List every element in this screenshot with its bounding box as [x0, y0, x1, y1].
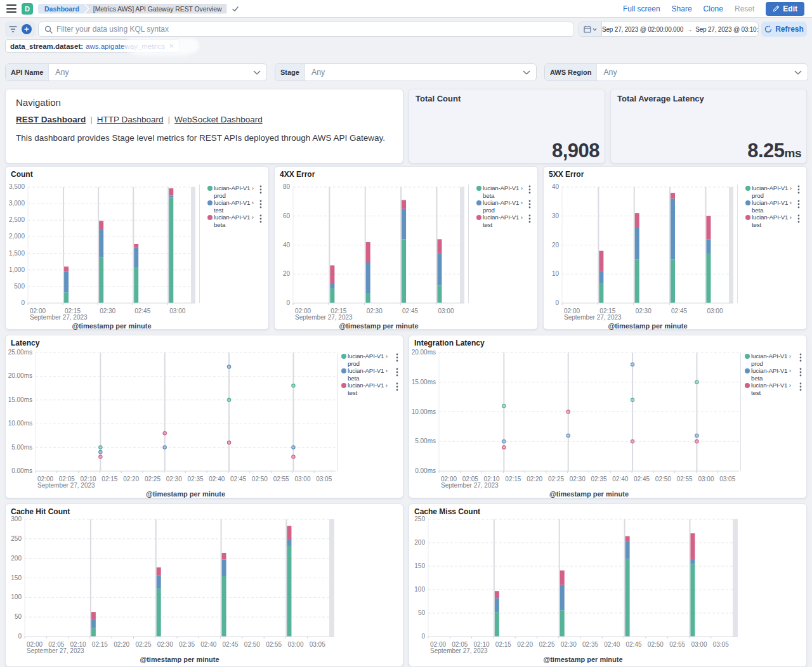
metric-title: Total Count [416, 94, 461, 103]
svg-text:02:40: 02:40 [604, 641, 620, 648]
legend-item[interactable]: lucian-API-V1 ›test [214, 199, 254, 214]
svg-text:100: 100 [11, 593, 22, 600]
legend-divider [740, 353, 741, 471]
kebab-menu-icon[interactable] [259, 185, 263, 195]
chevron-down-icon [593, 28, 597, 31]
kebab-menu-icon[interactable] [797, 199, 801, 209]
control-api-name[interactable]: API Name Any [5, 63, 267, 81]
date-range-picker[interactable]: Sep 27, 2023 @ 02:00:00.000 → Sep 27, 20… [579, 22, 759, 37]
space-avatar[interactable]: D [22, 3, 33, 15]
kebab-menu-icon[interactable] [395, 382, 399, 392]
arrow-right-icon: → [685, 26, 694, 33]
svg-text:@timestamp per minute: @timestamp per minute [339, 322, 418, 330]
svg-text:300: 300 [11, 515, 22, 522]
svg-text:03:00: 03:00 [707, 308, 723, 314]
legend-item[interactable]: lucian-API-V1 ›prod [348, 353, 388, 367]
refresh-button[interactable]: Refresh [761, 22, 807, 37]
svg-text:02:15: 02:15 [102, 476, 117, 482]
legend-item[interactable]: lucian-API-V1 ›prod [214, 185, 254, 199]
control-value: Any [49, 68, 253, 77]
svg-text:02:50: 02:50 [244, 641, 260, 648]
panel-total-average-latency: Total Average Latency 8.25ms [610, 89, 807, 164]
calendar-menu-button[interactable] [579, 22, 602, 36]
legend-item[interactable]: lucian-API-V1 ›prod [752, 185, 792, 199]
kebab-menu-icon[interactable] [395, 367, 399, 377]
control-stage[interactable]: Stage Any [275, 63, 537, 81]
kebab-menu-icon[interactable] [799, 367, 802, 377]
legend-item[interactable]: lucian-API-V1 ›test [348, 382, 388, 396]
svg-text:02:30: 02:30 [636, 308, 652, 314]
clone-button[interactable]: Clone [704, 4, 723, 13]
legend-item[interactable]: lucian-API-V1 ›prod [483, 199, 523, 214]
legend-item[interactable]: lucian-API-V1 ›beta [483, 185, 523, 199]
control-aws-region[interactable]: AWS Region Any [544, 63, 808, 81]
svg-text:200: 200 [414, 539, 425, 546]
legend-dot [476, 186, 481, 191]
legend-dot [341, 383, 346, 388]
kebab-menu-icon[interactable] [259, 214, 263, 224]
add-filter-button[interactable] [22, 24, 32, 34]
panel-cache-miss-count: Cache Miss Count05010015020025002:0002:0… [409, 503, 807, 667]
link-rest-dashboard[interactable]: REST Dashboard [16, 115, 86, 124]
reset-button[interactable]: Reset [735, 4, 754, 13]
svg-text:03:05: 03:05 [316, 476, 332, 482]
svg-text:02:50: 02:50 [252, 476, 268, 482]
control-label: API Name [6, 64, 49, 81]
legend-item[interactable]: lucian-API-V1 ›beta [752, 199, 792, 214]
kebab-menu-icon[interactable] [797, 185, 801, 195]
pencil-icon [773, 5, 780, 12]
svg-text:@timestamp per minute: @timestamp per minute [543, 656, 622, 663]
svg-text:02:55: 02:55 [669, 641, 685, 648]
full-screen-button[interactable]: Full screen [623, 4, 660, 13]
svg-text:02:30: 02:30 [561, 641, 577, 648]
legend-dot [745, 215, 750, 220]
kql-search-input[interactable]: Filter your data using KQL syntax [38, 22, 574, 37]
svg-text:02:40: 02:40 [209, 476, 225, 482]
link-http-dashboard[interactable]: HTTP Dashboard [97, 115, 164, 124]
kebab-menu-icon[interactable] [395, 353, 399, 363]
legend-dot [745, 186, 750, 191]
svg-text:80: 80 [283, 183, 291, 190]
legend-item[interactable]: lucian-API-V1 ›beta [214, 214, 254, 228]
date-range-text[interactable]: Sep 27, 2023 @ 02:00:00.000 → Sep 27, 20… [602, 26, 759, 33]
legend-item[interactable]: lucian-API-V1 ›test [483, 214, 523, 228]
edit-button[interactable]: Edit [766, 2, 804, 16]
legend-dot [745, 354, 750, 359]
kebab-menu-icon[interactable] [799, 382, 802, 392]
legend-dot [745, 200, 750, 205]
svg-text:02:25: 02:25 [539, 641, 554, 648]
kebab-menu-icon[interactable] [528, 185, 532, 195]
menu-icon[interactable] [6, 4, 16, 13]
svg-text:250: 250 [414, 515, 425, 522]
svg-text:200: 200 [11, 555, 22, 562]
svg-text:02:30: 02:30 [367, 308, 383, 314]
link-websocket-dashboard[interactable]: WebSocket Dashboard [174, 115, 263, 124]
legend-item[interactable]: lucian-API-V1 ›test [751, 382, 791, 396]
panel-5xx-error: 5XX Error01020304002:0002:1502:3002:4503… [543, 166, 807, 330]
kebab-menu-icon[interactable] [259, 199, 263, 209]
legend-item[interactable]: lucian-API-V1 ›beta [751, 367, 791, 382]
svg-text:03:00: 03:00 [169, 308, 185, 314]
svg-text:60: 60 [283, 212, 291, 219]
filter-funnel-icon[interactable] [9, 25, 17, 33]
svg-text:02:20: 02:20 [123, 476, 139, 482]
legend-item[interactable]: lucian-API-V1 ›prod [751, 353, 791, 367]
svg-text:15.00ms: 15.00ms [412, 379, 436, 385]
svg-text:03:05: 03:05 [713, 641, 729, 648]
share-button[interactable]: Share [672, 4, 692, 13]
svg-text:2,500: 2,500 [9, 216, 25, 223]
svg-text:500: 500 [14, 283, 25, 290]
svg-text:150: 150 [11, 574, 22, 581]
svg-text:02:30: 02:30 [166, 476, 182, 482]
svg-text:@timestamp per minute: @timestamp per minute [146, 490, 225, 498]
breadcrumb-dashboard[interactable]: Dashboard [38, 4, 88, 14]
calendar-icon [584, 25, 591, 33]
legend-item[interactable]: lucian-API-V1 ›test [752, 214, 792, 228]
kebab-menu-icon[interactable] [528, 214, 532, 224]
kebab-menu-icon[interactable] [797, 214, 801, 224]
kebab-menu-icon[interactable] [528, 199, 532, 209]
kebab-menu-icon[interactable] [799, 353, 802, 363]
svg-text:150: 150 [414, 562, 425, 569]
svg-text:September 27, 2023: September 27, 2023 [430, 647, 488, 654]
legend-item[interactable]: lucian-API-V1 ›beta [348, 367, 388, 382]
